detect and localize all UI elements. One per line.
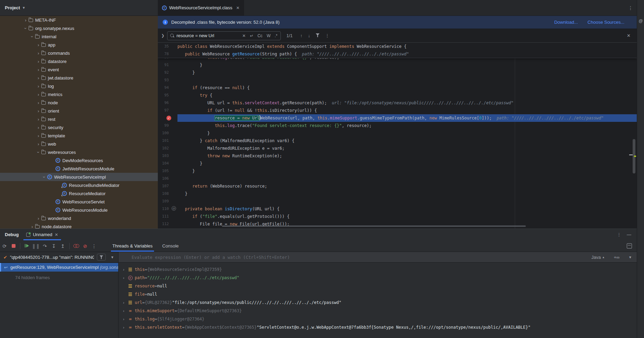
- ai-assistant-icon[interactable]: @: [638, 19, 643, 24]
- gutter[interactable]: 91: [158, 61, 177, 69]
- gutter[interactable]: 78: [158, 50, 177, 58]
- code-line-107[interactable]: 107 return (WebResource) resource;: [158, 182, 637, 190]
- expand-watches-chevron-icon[interactable]: ▼: [628, 255, 632, 259]
- chevron-collapsed-icon[interactable]: ›: [35, 42, 41, 47]
- step-into-button[interactable]: ↧: [49, 243, 58, 249]
- code-line-102[interactable]: 102 MalformedURLException e = var6;: [158, 145, 637, 152]
- code-line-35[interactable]: 35public class WebResourceServiceImpl ex…: [158, 43, 637, 50]
- code-line-105[interactable]: 105 }: [158, 167, 637, 175]
- expand-search-icon[interactable]: ❯: [158, 33, 167, 38]
- chevron-expanded-icon[interactable]: ›: [30, 34, 35, 40]
- code-lines[interactable]: 90 this.log.trace("Found bound resource:…: [158, 58, 637, 228]
- gutter[interactable]: 111: [158, 213, 177, 220]
- chevron-collapsed-icon[interactable]: ›: [35, 100, 41, 105]
- code-line-96[interactable]: 96 URL url = this.servletContext.getReso…: [158, 99, 637, 107]
- close-search-icon[interactable]: ✕: [627, 33, 631, 38]
- code-line-110[interactable]: 110@ private boolean isDirectory(URL url…: [158, 205, 637, 213]
- tab-debug-session[interactable]: Unnamed ✕: [23, 229, 61, 240]
- code-line-98[interactable]: ✓ resource = new UrlWebResource(url, pat…: [158, 114, 637, 122]
- tree-item-wonderland[interactable]: ›wonderland: [0, 214, 158, 222]
- view-breakpoints-button[interactable]: [72, 243, 81, 249]
- project-tree[interactable]: ›META-INF›org.sonatype.nexus›internal›ap…: [0, 16, 158, 229]
- tree-item-node[interactable]: ›node: [0, 98, 158, 107]
- code-line-90[interactable]: 90 this.log.trace("Found bound resource:…: [158, 58, 637, 61]
- code-line-95[interactable]: 95 try {: [158, 92, 637, 99]
- gutter[interactable]: 93: [158, 76, 177, 84]
- tree-item-orient[interactable]: ›orient: [0, 107, 158, 115]
- tree-item-app[interactable]: ›app: [0, 41, 158, 49]
- code-line-103[interactable]: 103 throw new RuntimeException(e);: [158, 152, 637, 160]
- tree-item-web[interactable]: ›web: [0, 140, 158, 148]
- code-line-101[interactable]: 101 } catch (MalformedURLException var6)…: [158, 137, 637, 145]
- newline-icon[interactable]: ↵: [249, 33, 254, 38]
- tab-webresourceserviceimpl[interactable]: C WebResourceServiceImpl.class ✕: [158, 0, 244, 15]
- code-line-97[interactable]: 97 if (url != null && !this.isDirectory(…: [158, 107, 637, 114]
- tree-item-jwtwebresourcesmodule[interactable]: ›CJwtWebResourcesModule: [0, 165, 158, 173]
- search-options-kebab-icon[interactable]: ⋮: [322, 33, 332, 38]
- editor-options-kebab-icon[interactable]: ⋮: [625, 5, 637, 11]
- code-line-108[interactable]: 108 }: [158, 190, 637, 198]
- chevron-collapsed-icon[interactable]: ›: [35, 117, 41, 122]
- match-case-toggle[interactable]: Cc: [256, 33, 264, 38]
- tree-item-meta-inf[interactable]: ›META-INF: [0, 16, 158, 24]
- chevron-collapsed-icon[interactable]: ›: [35, 125, 41, 130]
- tree-item-webresourceserviceimpl[interactable]: ›CWebResourceServiceImpl: [0, 173, 158, 181]
- variable-row[interactable]: ›∞this.log = {Slf4jLogger@27364}: [119, 315, 637, 323]
- clear-search-icon[interactable]: ✕: [241, 33, 247, 38]
- variable-row[interactable]: ›url = {URL@27362} "file:/opt/sonatype/n…: [119, 298, 637, 307]
- tree-item-commands[interactable]: ›commands: [0, 49, 158, 57]
- filter-search-icon[interactable]: [313, 33, 322, 38]
- hidden-frames-label[interactable]: 74 hidden frames: [15, 275, 118, 280]
- next-match-icon[interactable]: ↓: [305, 33, 313, 38]
- gutter[interactable]: 107: [158, 182, 177, 190]
- chevron-collapsed-icon[interactable]: ›: [35, 67, 41, 72]
- chevron-collapsed-icon[interactable]: ›: [23, 18, 29, 23]
- gutter[interactable]: 97: [158, 107, 177, 114]
- code-line-94[interactable]: 94 if (resource == null) {: [158, 84, 637, 92]
- expand-variable-chevron-icon[interactable]: ›: [123, 317, 127, 321]
- stack-frame-selected[interactable]: ↩ getResource:129, WebResourceServiceImp…: [0, 263, 118, 272]
- regex-toggle[interactable]: .*: [274, 33, 278, 38]
- chevron-collapsed-icon[interactable]: ›: [35, 92, 41, 97]
- gutter[interactable]: 106: [158, 175, 177, 182]
- variable-row[interactable]: ›∞this.mimeSupport = {DefaultMimeSupport…: [119, 307, 637, 315]
- tree-item-webresources[interactable]: ›webresources: [0, 148, 158, 156]
- gutter[interactable]: 109: [158, 198, 177, 205]
- variable-row[interactable]: resource = null: [119, 282, 637, 290]
- tab-threads-variables[interactable]: Threads & Variables: [108, 240, 157, 252]
- expand-variable-chevron-icon[interactable]: ›: [123, 309, 127, 313]
- gutter[interactable]: 104: [158, 160, 177, 167]
- gutter[interactable]: 100: [158, 129, 177, 137]
- previous-match-icon[interactable]: ↑: [297, 33, 305, 38]
- breakpoint-icon[interactable]: ✓: [166, 116, 171, 120]
- tree-item-devmoderesources[interactable]: ›CDevModeResources: [0, 156, 158, 165]
- resume-button[interactable]: [22, 243, 31, 249]
- debug-options-kebab-icon[interactable]: ⋮: [617, 232, 621, 237]
- tree-item-datastore[interactable]: ›datastore: [0, 57, 158, 65]
- chevron-expanded-icon[interactable]: ›: [36, 149, 41, 155]
- chevron-expanded-icon[interactable]: ›: [23, 25, 28, 31]
- horizontal-scrollbar[interactable]: [222, 225, 526, 227]
- tree-item-log[interactable]: ›log: [0, 82, 158, 90]
- search-input[interactable]: resource = new Url ✕ ↵ Cc W .*: [167, 31, 281, 40]
- choose-sources-link[interactable]: Choose Sources...: [587, 20, 624, 25]
- code-line-111[interactable]: 111 if ("file".equals(url.getProtocol())…: [158, 213, 637, 220]
- gutter[interactable]: 101: [158, 137, 177, 145]
- thread-selector[interactable]: ✔ "qtp408445201-778...up "main": RUNNING…: [0, 252, 118, 263]
- code-line-100[interactable]: 100 }: [158, 129, 637, 137]
- step-out-button[interactable]: ↥: [58, 243, 67, 249]
- code-line-78[interactable]: 78 public WebResource getResource(String…: [158, 50, 637, 58]
- tree-item-webresourcesmodule[interactable]: ›CWebResourcesModule: [0, 206, 158, 214]
- chevron-collapsed-icon[interactable]: ›: [35, 84, 41, 89]
- gutter[interactable]: 95: [158, 92, 177, 99]
- expand-variable-chevron-icon[interactable]: ›: [123, 267, 127, 272]
- gutter[interactable]: 105: [158, 167, 177, 175]
- expand-variable-chevron-icon[interactable]: ›: [123, 300, 127, 305]
- expand-variable-chevron-icon[interactable]: ›: [123, 276, 127, 280]
- code-line-91[interactable]: 91 }: [158, 61, 637, 69]
- tab-console[interactable]: Console: [157, 240, 184, 252]
- tree-item-webresourceservlet[interactable]: ›CWebResourceServlet: [0, 198, 158, 206]
- chevron-collapsed-icon[interactable]: ›: [35, 216, 41, 221]
- code-line-99[interactable]: 99 this.log.trace("Found servlet-context…: [158, 122, 637, 129]
- mute-breakpoints-button[interactable]: ⊘: [81, 243, 90, 249]
